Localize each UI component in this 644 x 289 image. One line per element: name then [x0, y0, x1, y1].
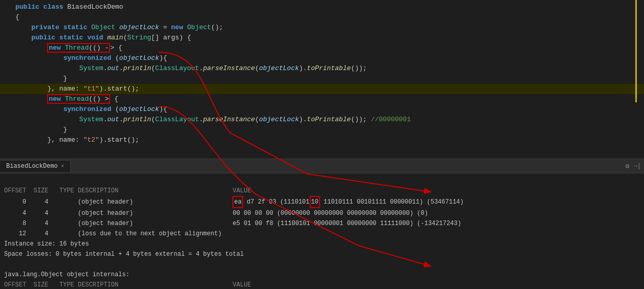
console-instance-size: Instance size: 16 bytes [4, 240, 89, 248]
red-rect-1: ea [232, 196, 243, 208]
code-text: public static void main(String[] args) { [15, 33, 640, 43]
code-text: new Thread(() > { [15, 94, 640, 104]
code-text: System.out.println(ClassLayout.parseInst… [15, 115, 640, 125]
thread-box-1: new Thread(() - [47, 43, 110, 53]
code-line-8: } [0, 74, 644, 84]
code-line-12: System.out.println(ClassLayout.parseInst… [0, 115, 644, 125]
code-line-3: private static Object objectLock = new O… [0, 23, 644, 33]
code-line-5: new Thread(() -> { [0, 43, 644, 53]
console-java-header: java.lang.Object object internals: [4, 271, 130, 278]
console-gear-icon[interactable]: ⚙ [626, 162, 630, 170]
code-editor: public class BiasedLockDemo { private st… [0, 0, 644, 159]
console-row-2: 8 4 (object header) e5 01 00 f8 (1110010… [4, 220, 461, 227]
code-text: public class BiasedLockDemo [15, 2, 640, 12]
console-area: BiasedLockDemo × ⚙ →| OFFSET SIZE TYPE D… [0, 159, 644, 289]
code-line-6: synchronized (objectLock){ [0, 53, 644, 63]
console-tab-bar: BiasedLockDemo × ⚙ →| [0, 159, 644, 173]
code-line-13: } [0, 125, 644, 135]
yellow-scroll-indicator [635, 0, 637, 102]
code-text: } [15, 74, 640, 84]
console-tab[interactable]: BiasedLockDemo × [0, 160, 71, 172]
code-line-14: }, name: "t2").start(); [0, 135, 644, 145]
code-text: new Thread(() -> { [15, 43, 640, 53]
code-text: { [15, 12, 640, 23]
console-row-3: 12 4 (loss due to the next object alignm… [4, 230, 222, 237]
thread-box-2: new Thread(() > [47, 94, 110, 104]
red-rect-value-1: 10 [310, 196, 320, 208]
console-blank [4, 261, 8, 268]
console-pin-icon[interactable]: →| [634, 163, 641, 170]
code-line-9: }, name: "t1").start(); [0, 84, 644, 94]
main-container: public class BiasedLockDemo { private st… [0, 0, 644, 289]
code-text: }, name: "t1").start(); [15, 84, 640, 94]
code-text: System.out.println(ClassLayout.parseInst… [15, 63, 640, 74]
code-line-1: public class BiasedLockDemo [0, 2, 644, 12]
console-header-row-2: OFFSET SIZE TYPE DESCRIPTION VALUE [4, 281, 251, 288]
code-text: } [15, 125, 640, 135]
code-text: synchronized (objectLock){ [15, 104, 640, 115]
code-line-4: public static void main(String[] args) { [0, 33, 644, 43]
code-line-10: new Thread(() > { [0, 94, 644, 104]
console-row-1: 4 4 (object header) 00 00 00 00 (0000000… [4, 210, 428, 217]
tab-close-icon[interactable]: × [61, 163, 65, 169]
console-row-0: 0 4 (object header) ea d7 2f 03 (1110101… [4, 198, 464, 206]
console-output: OFFSET SIZE TYPE DESCRIPTION VALUE 0 4 (… [0, 173, 644, 289]
code-text: synchronized (objectLock){ [15, 53, 640, 63]
code-line-7: System.out.println(ClassLayout.parseInst… [0, 63, 644, 74]
code-text: }, name: "t2").start(); [15, 135, 640, 145]
console-tab-label: BiasedLockDemo [6, 163, 58, 170]
code-text: private static Object objectLock = new O… [15, 23, 640, 33]
console-space-losses: Space losses: 0 bytes internal + 4 bytes… [4, 251, 244, 258]
console-header-row: OFFSET SIZE TYPE DESCRIPTION VALUE [4, 187, 251, 194]
code-line-2: { [0, 12, 644, 23]
code-line-11: synchronized (objectLock){ [0, 104, 644, 115]
